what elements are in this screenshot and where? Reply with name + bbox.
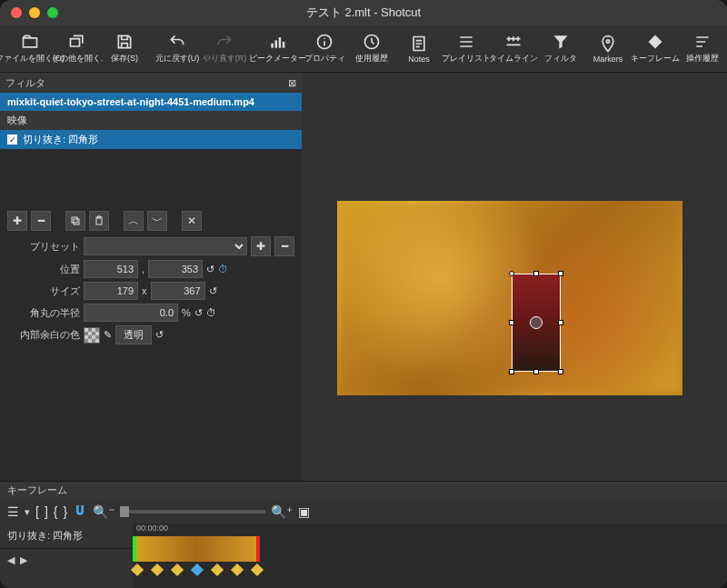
recent-button[interactable]: 使用履歴 xyxy=(349,27,394,71)
svg-rect-0 xyxy=(271,44,274,48)
snap-icon[interactable] xyxy=(73,503,87,521)
keyframe-diamond[interactable] xyxy=(191,563,204,576)
timeline-button[interactable]: タイムライン xyxy=(491,27,536,71)
remove-filter-button[interactable]: ━ xyxy=(31,211,51,231)
keyframe-track-area[interactable]: 00:00:00 xyxy=(133,523,727,588)
color-swatch[interactable] xyxy=(84,327,100,344)
close-panel-icon[interactable]: ⊠ xyxy=(288,77,296,89)
size-w-input[interactable] xyxy=(84,282,138,300)
move-down-button[interactable]: ﹀ xyxy=(147,211,167,231)
add-preset-button[interactable]: ✚ xyxy=(251,236,271,256)
position-y-input[interactable] xyxy=(148,260,203,278)
crop-center-handle[interactable] xyxy=(530,316,543,329)
reset-size-icon[interactable]: ↺ xyxy=(209,285,217,297)
filters-button[interactable]: フィルタ xyxy=(538,27,583,71)
transparent-button[interactable]: 透明 xyxy=(115,325,152,344)
eyedropper-icon[interactable]: ✎ xyxy=(104,329,112,341)
kf-brace-close-icon[interactable]: } xyxy=(63,504,67,519)
keyframe-title: キーフレーム xyxy=(0,482,727,500)
open-file-button[interactable]: ファイルを開く(O) xyxy=(7,27,53,71)
keyframe-diamond[interactable] xyxy=(231,563,244,576)
markers-button[interactable]: Markers xyxy=(585,27,631,71)
kf-brace-open-icon[interactable]: { xyxy=(54,504,58,519)
window-title: テスト 2.mlt - Shotcut xyxy=(306,5,421,21)
kf-next-button[interactable]: ▶ xyxy=(20,554,27,566)
crop-rectangle[interactable] xyxy=(512,274,561,372)
minimize-window-button[interactable] xyxy=(29,7,40,18)
maximize-window-button[interactable] xyxy=(47,7,58,18)
kf-menu-icon[interactable]: ☰ xyxy=(7,504,19,519)
reset-radius-icon[interactable]: ↺ xyxy=(194,307,203,319)
preset-label: プリセット xyxy=(7,240,80,254)
titlebar: テスト 2.mlt - Shotcut xyxy=(0,0,727,25)
crop-handle-tm[interactable] xyxy=(533,271,539,276)
svg-point-6 xyxy=(606,39,609,42)
svg-rect-9 xyxy=(74,219,79,224)
undo-button[interactable]: 元に戻す(U) xyxy=(154,27,200,71)
paste-filter-button[interactable] xyxy=(89,211,109,231)
keyframe-radius-icon[interactable]: ⏱ xyxy=(206,307,216,318)
zoom-in-icon[interactable]: 🔍⁺ xyxy=(271,504,293,519)
kf-time-0: 00:00:00 xyxy=(136,523,168,533)
keyframe-diamond[interactable] xyxy=(251,563,264,576)
redo-button[interactable]: やり直す(R) xyxy=(202,27,247,71)
kf-prev-button[interactable]: ◀ xyxy=(7,554,15,566)
svg-rect-3 xyxy=(283,42,285,48)
keyframe-diamond[interactable] xyxy=(131,563,144,576)
kf-track-label: 切り抜き: 四角形 xyxy=(0,523,133,549)
zoom-out-icon[interactable]: 🔍⁻ xyxy=(93,504,115,519)
keyframe-diamond[interactable] xyxy=(171,563,184,576)
crop-handle-tr[interactable] xyxy=(558,271,563,276)
svg-rect-1 xyxy=(275,40,278,47)
keyframe-clip[interactable] xyxy=(133,536,260,562)
video-section-label: 映像 xyxy=(0,111,302,130)
radius-input[interactable] xyxy=(84,304,178,322)
add-filter-button[interactable]: ✚ xyxy=(7,211,27,231)
open-other-button[interactable]: その他を開く. xyxy=(55,27,100,71)
svg-rect-10 xyxy=(72,217,77,223)
keyframes-button[interactable]: キーフレーム xyxy=(632,27,678,71)
close-window-button[interactable] xyxy=(11,7,22,18)
crop-handle-bm[interactable] xyxy=(533,369,539,374)
main-toolbar: ファイルを開く(O) その他を開く. 保存(S) 元に戻す(U) やり直す(R)… xyxy=(0,25,727,73)
position-x-input[interactable] xyxy=(84,260,138,278)
filter-checkbox[interactable]: ✓ xyxy=(7,135,17,145)
size-label: サイズ xyxy=(7,284,80,298)
crop-handle-tl[interactable] xyxy=(509,271,514,276)
keyframe-diamond[interactable] xyxy=(151,563,164,576)
keyframe-diamond[interactable] xyxy=(211,563,224,576)
kf-bracket-open-icon[interactable]: [ xyxy=(35,504,39,519)
keyframe-position-icon[interactable]: ⏱ xyxy=(218,264,228,274)
keyframe-panel: キーフレーム ☰▾ [ ] { } 🔍⁻ 🔍⁺ ▣ 切り抜き: 四角形 ◀ ▶ … xyxy=(0,481,727,588)
crop-handle-mr[interactable] xyxy=(558,320,563,325)
crop-handle-ml[interactable] xyxy=(509,320,514,325)
peakmeter-button[interactable]: ピークメーター xyxy=(254,27,300,71)
history-button[interactable]: 操作履歴 xyxy=(680,27,725,71)
copy-filter-button[interactable] xyxy=(65,211,85,231)
svg-rect-2 xyxy=(279,37,282,48)
zoom-slider[interactable] xyxy=(120,510,265,513)
filter-item-crop[interactable]: ✓ 切り抜き: 四角形 xyxy=(0,130,302,149)
playlist-button[interactable]: プレイリスト xyxy=(443,27,489,71)
size-h-input[interactable] xyxy=(151,282,205,300)
reset-position-icon[interactable]: ↺ xyxy=(206,264,214,275)
disable-filter-button[interactable]: ✕ xyxy=(182,211,202,231)
radius-label: 角丸の半径 xyxy=(7,306,80,320)
notes-button[interactable]: Notes xyxy=(396,27,442,71)
preset-select[interactable] xyxy=(84,237,247,255)
properties-button[interactable]: プロパティ xyxy=(302,27,347,71)
zoom-fit-icon[interactable]: ▣ xyxy=(298,504,310,519)
clip-name: mixkit-quiet-tokyo-street-at-night-4451-… xyxy=(0,93,302,111)
crop-handle-br[interactable] xyxy=(558,369,563,374)
kf-bracket-close-icon[interactable]: ] xyxy=(45,504,48,519)
reset-color-icon[interactable]: ↺ xyxy=(155,329,164,341)
filter-name: 切り抜き: 四角形 xyxy=(23,133,98,146)
filter-panel-title: フィルタ xyxy=(5,76,45,90)
crop-handle-bl[interactable] xyxy=(509,369,514,374)
remove-preset-button[interactable]: ━ xyxy=(274,236,294,256)
padcolor-label: 内部余白の色 xyxy=(7,328,80,342)
position-label: 位置 xyxy=(7,263,80,276)
save-button[interactable]: 保存(S) xyxy=(102,27,147,71)
preview-canvas[interactable] xyxy=(337,201,682,395)
move-up-button[interactable]: ︿ xyxy=(124,211,144,231)
